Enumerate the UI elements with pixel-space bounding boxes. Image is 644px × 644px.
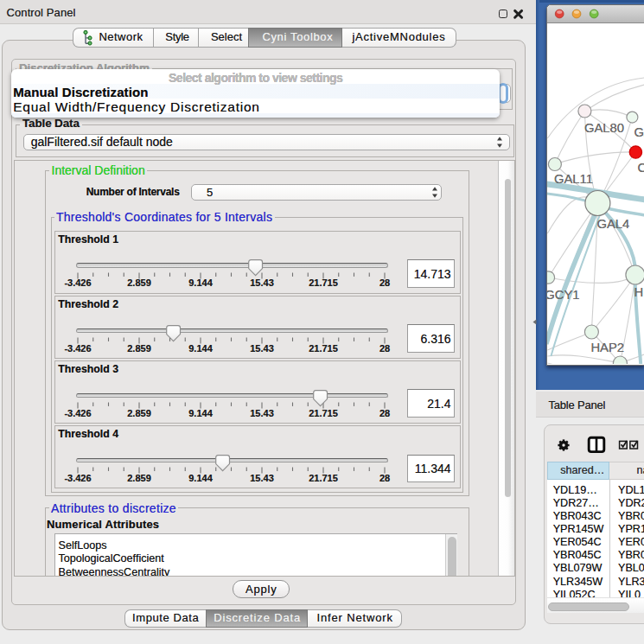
- svg-text:GAL80: GAL80: [583, 121, 623, 135]
- svg-text:GCY1: GCY1: [547, 288, 579, 302]
- svg-text:GAL4: GAL4: [596, 217, 629, 231]
- svg-text:HAP2: HAP2: [590, 341, 624, 354]
- svg-text:H: H: [634, 285, 643, 299]
- svg-text:C: C: [637, 161, 644, 175]
- svg-text:GA: GA: [634, 125, 644, 139]
- svg-text:GAL11: GAL11: [553, 172, 592, 186]
